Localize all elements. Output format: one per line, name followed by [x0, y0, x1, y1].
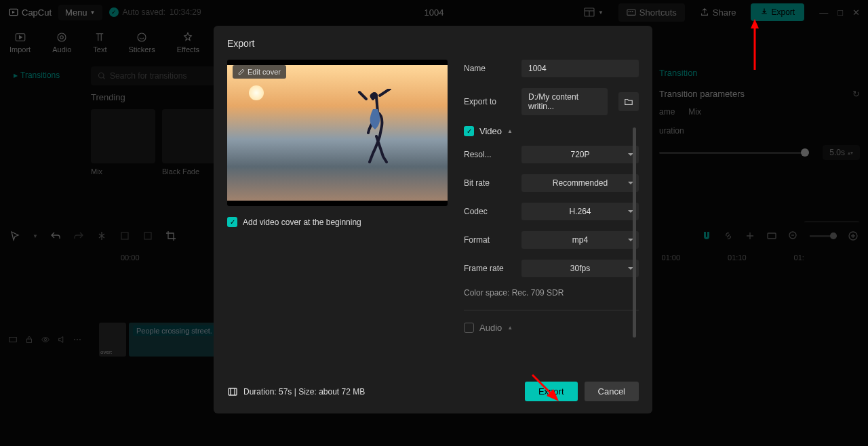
svg-rect-22 — [229, 388, 237, 395]
name-input[interactable] — [521, 60, 639, 77]
resolution-label: Resol... — [464, 150, 515, 159]
dialog-title: Export — [227, 38, 639, 49]
pencil-icon — [238, 68, 245, 75]
resolution-select[interactable]: 720P — [521, 146, 639, 163]
cancel-button[interactable]: Cancel — [585, 382, 639, 401]
audio-checkbox[interactable] — [464, 323, 474, 333]
browse-folder-button[interactable] — [618, 92, 639, 111]
edit-cover-button[interactable]: Edit cover — [233, 65, 286, 79]
export-info: Duration: 57s | Size: about 72 MB — [227, 386, 365, 397]
export-to-label: Export to — [464, 97, 515, 106]
colorspace-info: Color space: Rec. 709 SDR — [464, 288, 639, 298]
svg-marker-26 — [751, 19, 759, 28]
export-path: D:/My content writin... — [521, 88, 608, 115]
framerate-select[interactable]: 30fps — [521, 260, 639, 277]
export-dialog: Export Edit cover ✓ Add video cover at t… — [214, 26, 652, 413]
scrollbar[interactable] — [633, 127, 636, 338]
audio-section-label: Audio — [479, 323, 502, 333]
add-cover-checkbox[interactable]: ✓ — [227, 217, 237, 227]
video-preview: Edit cover — [227, 60, 448, 206]
codec-select[interactable]: H.264 — [521, 203, 639, 220]
svg-point-21 — [371, 92, 378, 99]
add-cover-label: Add video cover at the beginning — [243, 218, 361, 227]
bitrate-label: Bit rate — [464, 178, 515, 188]
framerate-label: Frame rate — [464, 264, 515, 273]
format-label: Format — [464, 235, 515, 245]
name-label: Name — [464, 64, 515, 73]
video-section-label: Video — [479, 126, 502, 136]
bitrate-select[interactable]: Recommended — [521, 174, 639, 192]
film-icon — [227, 386, 238, 397]
folder-icon — [624, 97, 633, 106]
format-select[interactable]: mp4 — [521, 231, 639, 249]
video-checkbox[interactable]: ✓ — [464, 126, 474, 136]
codec-label: Codec — [464, 207, 515, 216]
